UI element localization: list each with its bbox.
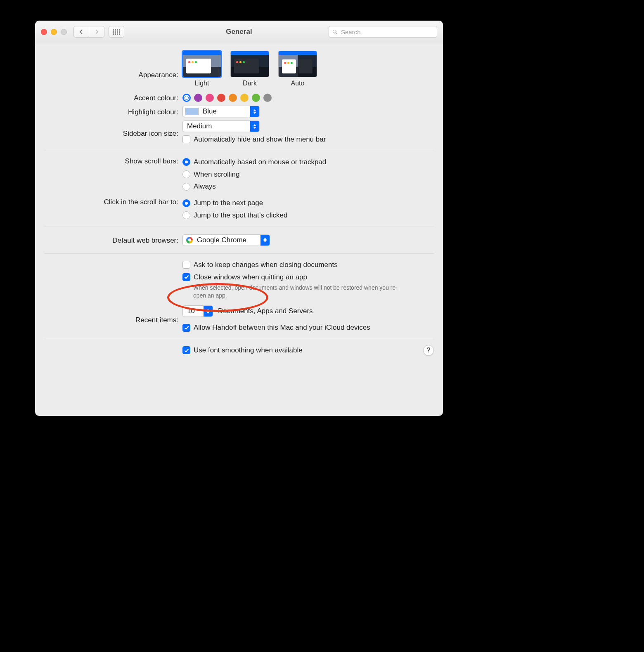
recent-items-value: 10 — [183, 307, 199, 315]
font-smoothing-checkbox[interactable]: Use font smoothing when available — [182, 345, 303, 355]
show-all-button[interactable] — [109, 26, 124, 38]
browser-label: Default web browser: — [44, 235, 182, 245]
highlight-label: Highlight colour: — [44, 107, 182, 116]
ask-keep-label: Ask to keep changes when closing documen… — [194, 260, 338, 270]
minimize-window-button[interactable] — [51, 29, 57, 35]
click-nextpage-radio[interactable]: Jump to the next page — [182, 198, 434, 208]
separator — [44, 253, 434, 254]
chevron-right-icon — [95, 29, 99, 34]
accent-red[interactable] — [217, 94, 225, 102]
click-spot-radio[interactable]: Jump to the spot that’s clicked — [182, 210, 434, 220]
click-spot-label: Jump to the spot that’s clicked — [194, 210, 287, 220]
zoom-window-button — [61, 29, 67, 35]
chevron-updown-icon — [250, 121, 259, 132]
radio-icon — [182, 183, 190, 191]
forward-button[interactable] — [89, 26, 104, 38]
window-controls — [41, 29, 67, 35]
scrollbars-scrolling-label: When scrolling — [194, 170, 240, 180]
accent-label: Accent colour: — [44, 93, 182, 102]
chevron-updown-icon — [204, 306, 213, 317]
sidebar-size-label: Sidebar icon size: — [44, 128, 182, 138]
nav-segment — [73, 26, 104, 38]
appearance-light-label: Light — [195, 80, 209, 87]
click-scrollbar-label: Click in the scroll bar to: — [44, 197, 182, 206]
checkbox-icon — [182, 135, 190, 143]
scrollbars-always-radio[interactable]: Always — [182, 182, 434, 191]
scrollbars-label: Show scroll bars: — [44, 156, 182, 165]
scrollbars-always-label: Always — [194, 182, 216, 191]
preferences-window: General Appearance: Light — [35, 21, 443, 416]
highlight-select[interactable]: Blue — [182, 106, 260, 117]
autohide-menubar-checkbox[interactable]: Automatically hide and show the menu bar — [182, 135, 434, 144]
appearance-dark[interactable] — [230, 51, 269, 77]
checkbox-icon — [182, 346, 190, 354]
appearance-light[interactable] — [182, 51, 221, 77]
scrollbars-auto-label: Automatically based on mouse or trackpad — [194, 157, 326, 167]
separator — [44, 151, 434, 151]
search-input[interactable] — [340, 28, 433, 36]
chevron-updown-icon — [260, 235, 270, 246]
checkbox-icon — [182, 273, 190, 281]
chrome-icon — [186, 237, 193, 243]
scrollbars-scrolling-radio[interactable]: When scrolling — [182, 170, 434, 180]
handoff-checkbox[interactable]: Allow Handoff between this Mac and your … — [182, 323, 434, 333]
checkbox-icon — [182, 261, 190, 269]
accent-purple[interactable] — [194, 94, 202, 102]
chevron-left-icon — [79, 29, 83, 34]
sidebar-size-select[interactable]: Medium — [182, 120, 260, 132]
accent-colors — [182, 94, 434, 102]
scrollbars-auto-radio[interactable]: Automatically based on mouse or trackpad — [182, 157, 434, 167]
radio-icon — [182, 199, 190, 207]
radio-icon — [182, 158, 190, 166]
separator — [44, 227, 434, 227]
ask-keep-changes-checkbox[interactable]: Ask to keep changes when closing documen… — [182, 260, 434, 270]
appearance-auto-label: Auto — [291, 80, 305, 87]
grid-icon — [113, 29, 120, 35]
appearance-auto[interactable] — [278, 51, 317, 77]
click-nextpage-label: Jump to the next page — [194, 198, 263, 208]
accent-blue[interactable] — [182, 94, 191, 102]
accent-green[interactable] — [252, 94, 260, 102]
accent-graphite[interactable] — [263, 94, 272, 102]
recent-items-suffix: Documents, Apps and Servers — [218, 307, 313, 315]
content: Appearance: Light — [35, 43, 443, 366]
recent-items-select[interactable]: 10 — [182, 305, 213, 317]
appearance-dark-label: Dark — [243, 80, 257, 87]
font-smoothing-label: Use font smoothing when available — [194, 345, 303, 355]
recent-items-label: Recent items: — [44, 315, 182, 324]
highlight-swatch-icon — [185, 108, 199, 115]
close-windows-help: When selected, open documents and window… — [193, 284, 404, 300]
accent-pink[interactable] — [206, 94, 214, 102]
radio-icon — [182, 211, 190, 219]
search-icon — [332, 29, 338, 35]
help-button[interactable]: ? — [423, 345, 434, 356]
sidebar-size-value: Medium — [183, 122, 216, 130]
handoff-label: Allow Handoff between this Mac and your … — [194, 323, 370, 333]
question-icon: ? — [426, 346, 431, 354]
browser-select[interactable]: Google Chrome — [182, 234, 270, 246]
chevron-updown-icon — [250, 106, 259, 117]
appearance-label: Appearance: — [44, 59, 182, 79]
back-button[interactable] — [73, 26, 89, 38]
accent-yellow[interactable] — [240, 94, 249, 102]
checkbox-icon — [182, 324, 190, 332]
close-window-button[interactable] — [41, 29, 47, 35]
radio-icon — [182, 170, 190, 178]
titlebar: General — [35, 21, 443, 43]
accent-orange[interactable] — [229, 94, 237, 102]
appearance-options: Light Dark — [182, 51, 434, 87]
search-field[interactable] — [329, 26, 437, 38]
separator — [44, 339, 434, 339]
browser-value: Google Chrome — [193, 236, 251, 244]
close-windows-checkbox[interactable]: Close windows when quitting an app — [182, 272, 434, 282]
highlight-value: Blue — [199, 107, 221, 116]
autohide-menubar-label: Automatically hide and show the menu bar — [194, 135, 326, 144]
close-windows-label: Close windows when quitting an app — [194, 272, 307, 282]
